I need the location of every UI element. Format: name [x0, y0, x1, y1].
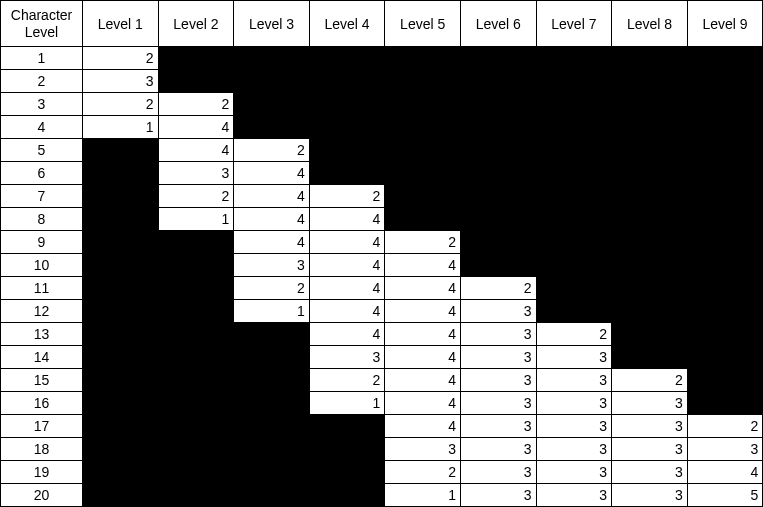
cell-value: 3	[536, 438, 612, 461]
cell-value: 3	[460, 300, 536, 323]
cell-value: 3	[460, 346, 536, 369]
cell-value: 5	[687, 484, 763, 507]
cell-empty	[687, 231, 763, 254]
cell-empty	[234, 369, 310, 392]
cell-empty	[234, 47, 310, 70]
cell-empty	[309, 47, 385, 70]
cell-value: 3	[83, 70, 159, 93]
row-character-level: 9	[1, 231, 83, 254]
cell-empty	[158, 47, 234, 70]
cell-value: 3	[536, 392, 612, 415]
cell-empty	[385, 116, 461, 139]
cell-value: 3	[536, 461, 612, 484]
cell-empty	[234, 392, 310, 415]
row-character-level: 12	[1, 300, 83, 323]
cell-empty	[158, 392, 234, 415]
table-row: 143433	[1, 346, 763, 369]
cell-value: 4	[385, 277, 461, 300]
cell-value: 4	[158, 139, 234, 162]
cell-empty	[83, 461, 159, 484]
cell-empty	[687, 185, 763, 208]
cell-value: 4	[385, 346, 461, 369]
cell-empty	[612, 300, 688, 323]
cell-value: 3	[234, 254, 310, 277]
cell-empty	[385, 47, 461, 70]
cell-empty	[234, 415, 310, 438]
cell-empty	[83, 392, 159, 415]
table-row: 112442	[1, 277, 763, 300]
cell-empty	[385, 208, 461, 231]
cell-empty	[687, 323, 763, 346]
row-character-level: 6	[1, 162, 83, 185]
cell-empty	[460, 93, 536, 116]
cell-empty	[158, 70, 234, 93]
cell-value: 4	[234, 162, 310, 185]
cell-value: 4	[234, 208, 310, 231]
cell-empty	[687, 277, 763, 300]
row-character-level: 16	[1, 392, 83, 415]
table-row: 414	[1, 116, 763, 139]
cell-empty	[83, 323, 159, 346]
row-character-level: 11	[1, 277, 83, 300]
table-row: 23	[1, 70, 763, 93]
cell-empty	[687, 162, 763, 185]
header-character-level-label: Character Level	[11, 7, 72, 40]
cell-value: 4	[309, 323, 385, 346]
cell-empty	[460, 116, 536, 139]
table-row: 9442	[1, 231, 763, 254]
cell-empty	[158, 461, 234, 484]
cell-empty	[536, 93, 612, 116]
cell-value: 3	[536, 415, 612, 438]
cell-empty	[158, 438, 234, 461]
cell-empty	[309, 70, 385, 93]
cell-value: 4	[309, 254, 385, 277]
cell-empty	[687, 254, 763, 277]
row-character-level: 3	[1, 93, 83, 116]
cell-value: 4	[385, 392, 461, 415]
cell-empty	[158, 323, 234, 346]
cell-empty	[687, 369, 763, 392]
cell-empty	[687, 346, 763, 369]
cell-empty	[234, 461, 310, 484]
cell-empty	[234, 323, 310, 346]
table-body: 1223322414542634724281449442103441124421…	[1, 47, 763, 507]
cell-empty	[687, 300, 763, 323]
cell-empty	[234, 438, 310, 461]
cell-value: 2	[536, 323, 612, 346]
cell-empty	[234, 116, 310, 139]
cell-empty	[309, 139, 385, 162]
header-level-8: Level 8	[612, 1, 688, 47]
cell-value: 3	[460, 461, 536, 484]
cell-value: 4	[158, 116, 234, 139]
cell-value: 2	[234, 277, 310, 300]
table-row: 542	[1, 139, 763, 162]
cell-empty	[460, 162, 536, 185]
table-row: 322	[1, 93, 763, 116]
cell-value: 4	[309, 277, 385, 300]
cell-value: 2	[158, 93, 234, 116]
row-character-level: 20	[1, 484, 83, 507]
header-level-2: Level 2	[158, 1, 234, 47]
cell-empty	[83, 438, 159, 461]
cell-empty	[687, 47, 763, 70]
cell-empty	[309, 162, 385, 185]
cell-value: 1	[83, 116, 159, 139]
cell-value: 3	[460, 484, 536, 507]
table-row: 1743332	[1, 415, 763, 438]
table-row: 1614333	[1, 392, 763, 415]
cell-value: 4	[385, 300, 461, 323]
header-level-7: Level 7	[536, 1, 612, 47]
cell-empty	[612, 70, 688, 93]
table-row: 1524332	[1, 369, 763, 392]
cell-empty	[385, 162, 461, 185]
cell-value: 3	[612, 484, 688, 507]
cell-value: 2	[612, 369, 688, 392]
cell-empty	[687, 70, 763, 93]
cell-empty	[612, 208, 688, 231]
cell-empty	[234, 484, 310, 507]
cell-empty	[687, 392, 763, 415]
cell-empty	[83, 484, 159, 507]
header-level-9: Level 9	[687, 1, 763, 47]
cell-empty	[309, 415, 385, 438]
table-row: 12	[1, 47, 763, 70]
